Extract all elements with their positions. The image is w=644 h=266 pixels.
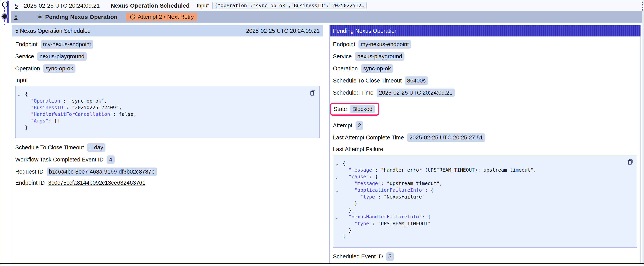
json-text	[343, 221, 354, 226]
json-text	[343, 181, 354, 186]
json-value: : "sync-op-ok",	[63, 98, 107, 104]
field-last-attempt-complete-time: Last Attempt Complete Time 2025-02-25 UT…	[333, 133, 640, 142]
json-key: "message"	[354, 181, 381, 186]
field-state: State Blocked	[334, 105, 375, 113]
field-label: Service	[15, 53, 34, 60]
json-text	[343, 174, 348, 179]
copy-icon[interactable]	[627, 158, 634, 165]
field-value-badge: 2	[356, 121, 363, 130]
json-line: ⌄{	[336, 160, 633, 167]
field-scheduled-time: Scheduled Time 2025-02-25 UTC 20:24:09.2…	[333, 89, 640, 97]
field-operation: Operation sync-op-ok	[333, 64, 640, 73]
field-label: Service	[333, 53, 352, 60]
json-key: "HandlerWaitForCancellation"	[31, 111, 113, 117]
json-line: "type": "UPSTREAM_TIMEOUT"	[336, 220, 633, 227]
attempt-retry-badge: Attempt 2 • Next Retry	[126, 13, 197, 21]
input-json-viewer: ⌄{ "Operation": "sync-op-ok", "BusinessI…	[15, 86, 320, 138]
field-value-badge: sync-op-ok	[361, 64, 393, 73]
json-text	[343, 214, 348, 220]
event-id-link[interactable]: 5	[14, 14, 18, 20]
collapse-chevron-icon[interactable]: ⌄	[336, 214, 343, 221]
state-value-badge: Blocked	[350, 105, 375, 113]
json-text: {	[343, 160, 346, 166]
field-value-badge: 1 day	[87, 143, 106, 152]
json-value: : false,	[113, 111, 136, 117]
json-text	[25, 118, 31, 124]
json-key: "cause"	[348, 174, 369, 179]
field-label: Scheduled Event ID	[333, 253, 383, 260]
field-service: Service nexus-playground	[333, 52, 640, 61]
event-row-nexus-operation-scheduled[interactable]: 5 2025-02-25 UTC 20:24:09.21 Nexus Opera…	[11, 1, 642, 11]
input-section-label: Input	[15, 77, 323, 84]
field-label: Endpoint	[333, 41, 355, 48]
field-label: Last Attempt Complete Time	[333, 134, 404, 141]
field-request-id: Request ID b1c6a4bc-8ee7-468a-9169-df3b0…	[15, 167, 323, 176]
scrollbar-thumb[interactable]	[642, 2, 644, 11]
json-value: : {	[422, 214, 430, 220]
copy-icon[interactable]	[310, 89, 316, 96]
json-text	[343, 167, 348, 173]
event-input-preview-chip[interactable]: {"Operation":"sync-op-ok","BusinessID":"…	[212, 2, 367, 9]
pending-panel-header: Pending Nexus Operation	[330, 25, 640, 37]
field-label: Operation	[333, 65, 358, 72]
json-line: "type": "NexusFailure"	[336, 194, 633, 200]
json-line: ⌄ "nexusHandlerFailureInfo": {	[336, 213, 633, 220]
event-timestamp: 2025-02-25 UTC 20:24:09.21	[24, 2, 100, 9]
field-attempt: Attempt 2	[333, 121, 640, 130]
window-bottom-border	[0, 263, 644, 264]
field-endpoint: Endpoint my-nexus-endpoint	[333, 40, 640, 49]
field-label: Schedule To Close Timeout	[15, 144, 84, 151]
endpoint-id-link[interactable]: 3c0c75ccfa8144b092c13ce632463761	[48, 180, 146, 186]
collapse-chevron-icon[interactable]: ⌄	[18, 92, 25, 98]
json-line: }	[18, 124, 315, 131]
json-text: },	[343, 207, 354, 213]
retry-icon	[130, 14, 136, 20]
json-key: "applicationFailureInfo"	[354, 187, 425, 193]
field-value-badge: 86400s	[405, 76, 428, 85]
field-value-badge: sync-op-ok	[43, 64, 76, 73]
json-text	[343, 187, 354, 193]
json-value: : {	[369, 174, 378, 179]
field-value-badge: my-nexus-endpoint	[41, 40, 94, 49]
json-key: "message"	[348, 167, 375, 173]
event-input-label: Input	[197, 3, 209, 9]
json-key: "type"	[360, 194, 378, 200]
json-line: }	[336, 200, 633, 207]
window-left-border	[0, 0, 0, 266]
json-text	[25, 105, 31, 110]
field-scheduled-event-id: Scheduled Event ID 5	[333, 252, 640, 261]
scheduled-event-detail-panel: 5 Nexus Operation Scheduled 2025-02-25 U…	[12, 25, 323, 263]
collapse-chevron-icon[interactable]: ⌄	[336, 174, 343, 181]
failure-json-viewer: ⌄{ "message": "handler error (UPSTREAM_T…	[333, 155, 637, 248]
json-text	[25, 111, 31, 117]
field-value-badge: b1c6a4bc-8ee7-468a-9169-df3b02c8737b	[46, 167, 157, 176]
json-value: : "upstream timeout",	[381, 181, 442, 186]
json-text: }	[343, 234, 346, 240]
json-value: : {	[425, 187, 434, 193]
json-line: ⌄ "applicationFailureInfo": {	[336, 187, 633, 194]
collapse-chevron-icon[interactable]: ⌄	[336, 187, 343, 194]
field-schedule-to-close-timeout: Schedule To Close Timeout 1 day	[15, 143, 323, 152]
json-value: : "NexusFailure"	[378, 194, 425, 200]
scrollbar-track[interactable]	[642, 11, 644, 263]
json-line: ⌄ "cause": {	[336, 173, 633, 180]
json-line: }	[336, 234, 633, 240]
event-row-pending-nexus-operation[interactable]: 5 Pending Nexus Operation Attempt 2 • Ne…	[11, 11, 642, 23]
event-start-circle-icon	[2, 2, 8, 8]
field-value-badge: 5	[386, 252, 394, 261]
event-title: Nexus Operation Scheduled	[111, 2, 190, 9]
json-line: "Operation": "sync-op-ok",	[18, 98, 315, 104]
field-endpoint-id: Endpoint ID 3c0c75ccfa8144b092c13ce63246…	[15, 180, 323, 186]
field-workflow-task-completed-event-id: Workflow Task Completed Event ID 4	[15, 155, 323, 164]
json-text: }	[343, 201, 357, 206]
field-endpoint: Endpoint my-nexus-endpoint	[15, 40, 323, 49]
json-value: : "20250225122409",	[66, 105, 122, 110]
collapse-chevron-icon[interactable]: ⌄	[336, 160, 343, 167]
scheduled-panel-timestamp: 2025-02-25 UTC 20:24:09.21	[246, 28, 320, 34]
json-key: "BusinessID"	[31, 105, 66, 110]
json-text: {	[25, 91, 28, 97]
field-label: Schedule To Close Timeout	[333, 77, 402, 84]
event-id-link[interactable]: 5	[14, 2, 18, 9]
field-label: Endpoint	[15, 41, 38, 48]
json-key: "Operation"	[31, 98, 63, 104]
